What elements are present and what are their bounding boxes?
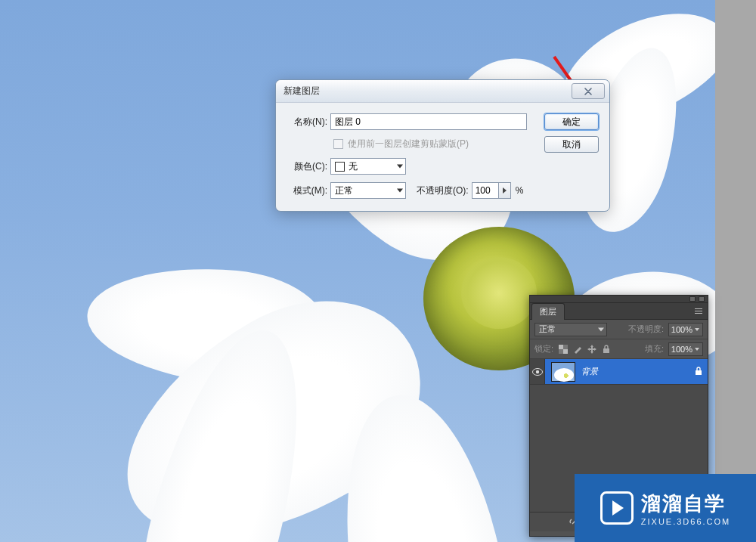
svg-rect-3	[559, 349, 563, 354]
color-select[interactable]: 无	[330, 158, 406, 175]
blend-mode-value: 正常	[539, 324, 556, 335]
fill-label: 填充:	[645, 343, 664, 355]
panel-close-icon[interactable]	[699, 296, 705, 302]
mode-label: 模式(M):	[287, 184, 330, 197]
clip-mask-checkbox	[333, 139, 343, 149]
percent-sign: %	[516, 185, 524, 196]
lock-icon	[694, 366, 703, 377]
watermark-url: ZIXUE.3D66.COM	[641, 517, 730, 526]
lock-position-icon[interactable]	[587, 344, 597, 355]
svg-rect-4	[603, 348, 609, 353]
workspace-edge	[715, 0, 756, 542]
panel-menu-button[interactable]	[692, 305, 705, 316]
name-input[interactable]	[330, 113, 527, 130]
dialog-body: 确定 取消 名称(N): 使用前一图层创建剪贴蒙版(P) 颜色(C): 无 模式…	[276, 103, 609, 211]
svg-rect-2	[563, 345, 568, 349]
mode-select[interactable]: 正常	[330, 182, 406, 199]
layer-name[interactable]: 背景	[581, 366, 688, 377]
chevron-down-icon	[695, 328, 699, 331]
chevron-down-icon	[598, 327, 604, 331]
lock-transparency-icon[interactable]	[558, 344, 569, 355]
chevron-down-icon	[397, 189, 403, 193]
chevron-down-icon	[397, 165, 403, 169]
new-layer-dialog: 新建图层 确定 取消 名称(N): 使用前一图层创建剪贴蒙版(P) 颜色(C):…	[275, 79, 610, 212]
lock-label: 锁定:	[534, 343, 553, 355]
opacity-input[interactable]	[472, 182, 499, 199]
menu-icon	[695, 311, 702, 311]
svg-point-6	[535, 370, 538, 373]
color-value: 无	[349, 160, 358, 173]
tab-layers[interactable]: 图层	[531, 303, 565, 320]
color-swatch-icon	[335, 162, 345, 172]
opacity-label: 不透明度:	[628, 324, 664, 335]
chevron-down-icon	[695, 348, 699, 351]
dialog-titlebar[interactable]: 新建图层	[276, 80, 609, 103]
mode-value: 正常	[335, 184, 353, 197]
panel-collapse-icon[interactable]	[689, 296, 696, 302]
ok-button[interactable]: 确定	[544, 113, 599, 130]
lock-pixels-icon[interactable]	[572, 344, 583, 355]
dialog-title: 新建图层	[284, 85, 572, 98]
lock-controls	[558, 344, 612, 355]
layer-row[interactable]: 背景	[530, 359, 708, 385]
svg-rect-1	[563, 349, 568, 354]
triangle-right-icon	[503, 187, 507, 194]
watermark-badge: 溜溜自学 ZIXUE.3D66.COM	[575, 474, 756, 542]
name-label: 名称(N):	[287, 116, 330, 129]
layer-thumbnail[interactable]	[551, 362, 575, 382]
opacity-flyout-button[interactable]	[499, 182, 511, 199]
cancel-button[interactable]: 取消	[544, 136, 599, 153]
color-label: 颜色(C):	[287, 160, 330, 173]
panel-handle[interactable]	[530, 296, 708, 303]
panel-tabs: 图层	[530, 303, 708, 320]
svg-rect-7	[696, 370, 702, 375]
layer-opacity-input[interactable]: 100%	[668, 323, 703, 336]
svg-rect-0	[559, 345, 563, 349]
dialog-close-button[interactable]	[572, 83, 605, 99]
clip-mask-label: 使用前一图层创建剪贴蒙版(P)	[348, 138, 469, 150]
play-icon	[600, 491, 634, 525]
lock-all-icon[interactable]	[601, 344, 612, 355]
close-icon	[584, 88, 593, 95]
watermark-title: 溜溜自学	[641, 491, 730, 517]
visibility-toggle[interactable]	[530, 359, 545, 384]
eye-icon	[532, 368, 543, 376]
opacity-label: 不透明度(O):	[417, 184, 469, 197]
blend-mode-select[interactable]: 正常	[534, 323, 607, 336]
layer-fill-input[interactable]: 100%	[668, 342, 703, 356]
